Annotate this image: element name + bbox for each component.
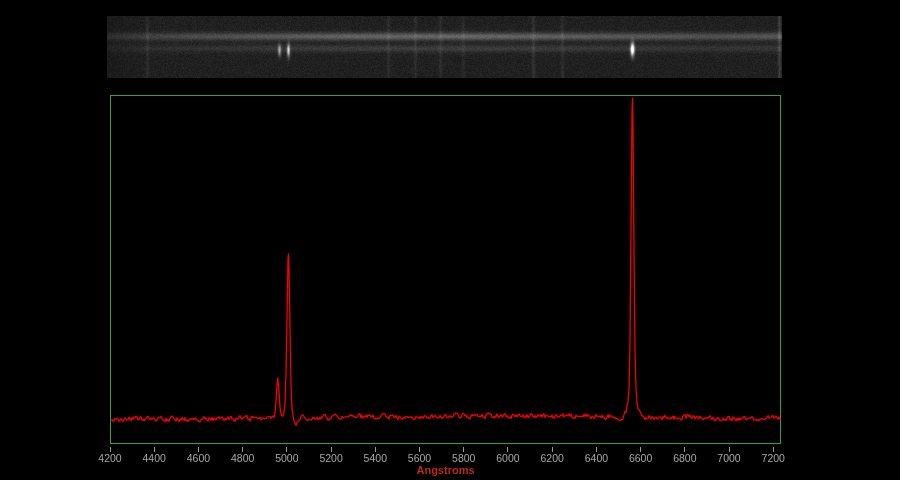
x-tick-label: 5600 bbox=[398, 452, 442, 464]
spectrum-2d-strip bbox=[107, 16, 782, 78]
x-axis-label: Angstroms bbox=[110, 464, 781, 476]
x-tick-label: 4600 bbox=[176, 452, 220, 464]
x-tick-label: 6200 bbox=[530, 452, 574, 464]
x-tick-label: 5400 bbox=[353, 452, 397, 464]
x-tick-label: 6400 bbox=[574, 452, 618, 464]
x-tick-label: 7200 bbox=[751, 452, 795, 464]
x-tick-label: 4200 bbox=[88, 452, 132, 464]
spectra-viewer-window: 4200440046004800500052005400560058006000… bbox=[0, 0, 900, 480]
x-tick-label: 7000 bbox=[707, 452, 751, 464]
x-tick-label: 4800 bbox=[221, 452, 265, 464]
x-tick-label: 5800 bbox=[442, 452, 486, 464]
x-tick-label: 4400 bbox=[132, 452, 176, 464]
x-tick-label: 5200 bbox=[309, 452, 353, 464]
plot-border-box bbox=[110, 95, 781, 444]
x-tick-label: 5000 bbox=[265, 452, 309, 464]
x-tick-label: 6600 bbox=[619, 452, 663, 464]
x-tick-label: 6800 bbox=[663, 452, 707, 464]
x-tick-label: 6000 bbox=[486, 452, 530, 464]
